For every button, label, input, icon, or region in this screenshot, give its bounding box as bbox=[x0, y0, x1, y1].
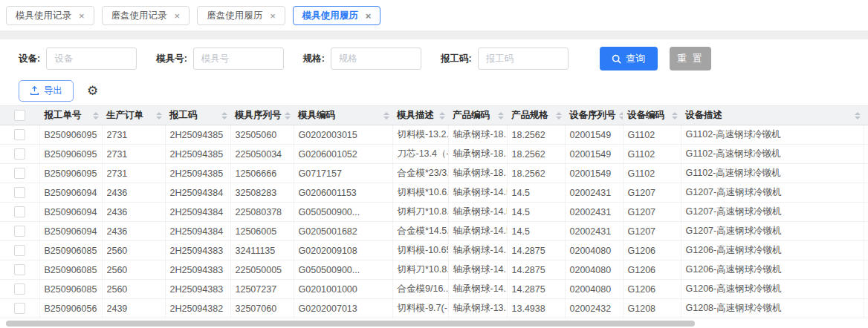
column-header-10[interactable]: 设备编码 bbox=[623, 106, 681, 125]
column-header-4[interactable]: 模具序列号 bbox=[230, 106, 294, 125]
sort-icon[interactable] bbox=[556, 112, 562, 119]
table-cell: 2H25094384 bbox=[165, 183, 230, 203]
table-cell: 225050034 bbox=[230, 145, 294, 164]
column-header-5[interactable]: 模具编码 bbox=[294, 106, 392, 125]
row-checkbox[interactable] bbox=[14, 303, 25, 314]
filter-item-1: 设备: bbox=[19, 47, 137, 70]
table-cell: 轴承钢球-18.... bbox=[448, 125, 507, 145]
tab-3[interactable]: 磨盘使用履历× bbox=[197, 6, 285, 25]
sort-caret-up bbox=[93, 112, 99, 115]
filter-input-1[interactable] bbox=[46, 47, 137, 70]
sort-icon[interactable] bbox=[672, 112, 678, 119]
table-cell: 轴承钢球-14.... bbox=[448, 260, 507, 280]
row-checkbox[interactable] bbox=[14, 148, 25, 160]
tab-2[interactable]: 磨盘使用记录× bbox=[102, 6, 190, 25]
sort-icon[interactable] bbox=[439, 112, 445, 119]
reset-button[interactable]: 重 置 bbox=[670, 47, 711, 70]
export-button[interactable]: 导出 bbox=[19, 80, 74, 102]
sort-caret-down bbox=[556, 117, 562, 119]
column-header-1[interactable]: 报工单号 bbox=[39, 106, 102, 125]
filter-bar: 设备:模具号:规格:报工码: 查询 重 置 bbox=[19, 47, 868, 70]
column-header-8[interactable]: 产品规格 bbox=[507, 106, 565, 125]
row-checkbox[interactable] bbox=[14, 187, 25, 198]
sort-caret-up bbox=[221, 112, 227, 115]
table-cell: 14.2875 bbox=[507, 241, 565, 260]
sort-icon[interactable] bbox=[383, 112, 389, 119]
table-cell: 轴承钢球-18.... bbox=[448, 145, 507, 164]
sort-caret-up bbox=[855, 112, 861, 115]
table-cell: 32411135 bbox=[230, 241, 294, 260]
column-header-2[interactable]: 生产订单 bbox=[102, 106, 165, 125]
table-cell: G1206-高速钢球冷镦机 bbox=[681, 260, 864, 280]
table-cell: 2731 bbox=[102, 164, 165, 183]
tab-close-icon[interactable]: × bbox=[79, 11, 85, 21]
table-cell: 轴承钢球-14.5 bbox=[448, 222, 507, 241]
table-cell: 切料刀*10.8... bbox=[392, 203, 448, 222]
column-header-label: 生产订单 bbox=[106, 109, 143, 122]
table-cell: G1206-高速钢球冷镦机 bbox=[681, 241, 864, 260]
column-header-label: 报工单号 bbox=[45, 109, 82, 122]
sort-icon[interactable] bbox=[93, 112, 99, 119]
filter-input-3[interactable] bbox=[331, 47, 421, 70]
select-all-checkbox[interactable] bbox=[14, 110, 25, 121]
table-cell: 18.2562 bbox=[507, 164, 565, 183]
table-cell: G0202003015 bbox=[294, 125, 392, 145]
row-checkbox-cell bbox=[0, 183, 39, 203]
column-header-inner: 产品规格 bbox=[511, 109, 562, 122]
tab-bar: 模具使用记录×磨盘使用记录×磨盘使用履历×模具使用履历× bbox=[0, 0, 868, 30]
sort-icon[interactable] bbox=[619, 112, 624, 119]
filter-input-2[interactable] bbox=[193, 47, 284, 70]
table-row: B25090609424362H2509438432508283G0206001… bbox=[0, 183, 868, 203]
row-checkbox[interactable] bbox=[14, 283, 25, 295]
table-cell: 2560 bbox=[102, 280, 165, 299]
filter-input-4[interactable] bbox=[478, 47, 569, 70]
table-cell: 轴承钢球-13.... bbox=[448, 299, 507, 318]
table-cell: 14.2875 bbox=[507, 260, 565, 280]
table-header-row: 报工单号生产订单报工码模具序列号模具编码模具描述产品编码产品规格设备序列号设备编… bbox=[0, 106, 868, 125]
row-checkbox[interactable] bbox=[14, 206, 25, 217]
search-button[interactable]: 查询 bbox=[600, 47, 658, 70]
table-cell: G1102-高速钢球冷镦机 bbox=[681, 164, 864, 183]
row-checkbox[interactable] bbox=[14, 129, 25, 140]
row-checkbox[interactable] bbox=[14, 226, 25, 237]
table-cell: 02001549 bbox=[565, 164, 623, 183]
tab-close-icon[interactable]: × bbox=[366, 11, 372, 21]
column-header-7[interactable]: 产品编码 bbox=[448, 106, 507, 125]
table-cell: 14.5 bbox=[507, 183, 565, 203]
settings-gear-icon[interactable]: ⚙ bbox=[87, 85, 98, 97]
row-sliver bbox=[864, 125, 868, 145]
column-header-inner: 生产订单 bbox=[106, 109, 162, 122]
table-cell: 02004080 bbox=[565, 241, 623, 260]
tab-close-icon[interactable]: × bbox=[175, 11, 181, 21]
row-checkbox[interactable] bbox=[14, 168, 25, 179]
sort-icon[interactable] bbox=[221, 112, 227, 119]
row-checkbox[interactable] bbox=[14, 264, 25, 275]
column-header-11[interactable]: 设备描述 bbox=[681, 106, 864, 125]
sort-caret-up bbox=[619, 112, 624, 115]
column-header-label: 模具描述 bbox=[397, 109, 434, 122]
table-cell: 切料模-10.65... bbox=[392, 241, 448, 260]
tab-4[interactable]: 模具使用履历× bbox=[293, 6, 381, 25]
table-cell: 2436 bbox=[102, 203, 165, 222]
sort-caret-up bbox=[556, 112, 562, 115]
table-cell: G1206 bbox=[623, 241, 681, 260]
table-row: B25090609424362H25094384225080378G050500… bbox=[0, 203, 868, 222]
row-checkbox[interactable] bbox=[14, 245, 25, 256]
sort-icon[interactable] bbox=[156, 112, 162, 119]
column-header-3[interactable]: 报工码 bbox=[165, 106, 230, 125]
horizontal-scrollbar-thumb[interactable] bbox=[6, 321, 695, 327]
table-cell: 刀芯-13.4（-... bbox=[392, 145, 448, 164]
table-cell: G1206-高速钢球冷镦机 bbox=[681, 280, 864, 299]
column-header-6[interactable]: 模具描述 bbox=[392, 106, 448, 125]
sort-icon[interactable] bbox=[855, 112, 861, 119]
tab-1[interactable]: 模具使用记录× bbox=[6, 6, 94, 25]
table-row: B25090609527312H2509438532505060G0202003… bbox=[0, 125, 868, 145]
tab-close-icon[interactable]: × bbox=[270, 11, 276, 21]
row-sliver bbox=[864, 299, 868, 318]
table-cell: G1102 bbox=[623, 125, 681, 145]
sort-icon[interactable] bbox=[285, 112, 291, 119]
sort-icon[interactable] bbox=[498, 112, 504, 119]
sort-caret-up bbox=[383, 112, 389, 115]
column-header-9[interactable]: 设备序列号 bbox=[565, 106, 623, 125]
row-checkbox-cell bbox=[0, 125, 39, 145]
